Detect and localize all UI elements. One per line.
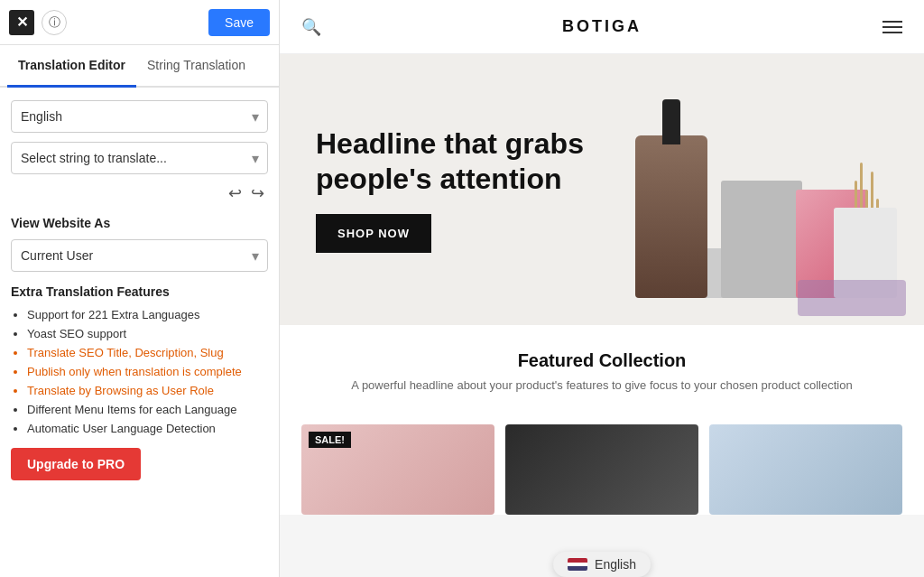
list-item: Publish only when translation is complet… <box>27 365 268 378</box>
shop-now-button[interactable]: SHOP NOW <box>316 214 431 253</box>
product-jar-tall <box>721 181 802 298</box>
view-website-label: View Website As <box>11 216 268 230</box>
upgrade-button[interactable]: Upgrade to PRO <box>11 448 141 480</box>
site-nav: 🔍 BOTIGA <box>280 0 924 54</box>
product-card-3 <box>709 424 902 515</box>
tab-string-translation[interactable]: String Translation <box>136 45 256 88</box>
close-button[interactable]: ✕ <box>9 10 34 35</box>
list-item: Support for 221 Extra Languages <box>27 308 268 321</box>
language-label: English <box>595 557 636 572</box>
extra-features-section: Extra Translation Features Support for 2… <box>11 284 268 480</box>
arrow-row: ↩ ↪ <box>11 183 268 203</box>
product-cards: SALE! <box>280 424 924 515</box>
string-select[interactable]: Select string to translate... <box>11 142 268 174</box>
flag-icon <box>568 558 587 571</box>
list-item: Different Menu Items for each Language <box>27 403 268 416</box>
language-select-wrap: English Spanish French German <box>11 100 268 133</box>
hamburger-menu-icon[interactable] <box>882 21 902 33</box>
string-select-wrap: Select string to translate... <box>11 142 268 174</box>
list-item: Automatic User Language Detection <box>27 422 268 435</box>
redo-icon[interactable]: ↪ <box>251 183 264 203</box>
hero-headline: Headline that grabs people's attention <box>316 126 587 196</box>
features-list: Support for 221 Extra Languages Yoast SE… <box>11 308 268 435</box>
left-panel: ✕ ⓘ Save Translation Editor String Trans… <box>0 0 280 577</box>
undo-icon[interactable]: ↩ <box>228 183 242 203</box>
view-as-select[interactable]: Current User Guest Administrator <box>11 239 268 272</box>
sale-badge: SALE! <box>309 432 351 448</box>
language-bar[interactable]: English <box>553 552 651 577</box>
view-as-select-wrap: Current User Guest Administrator <box>11 239 268 272</box>
search-icon[interactable]: 🔍 <box>301 17 321 37</box>
product-bottle-cap <box>662 99 680 144</box>
product-card-1: SALE! <box>301 424 494 515</box>
featured-title: Featured Collection <box>301 350 902 371</box>
product-bottle <box>635 135 707 298</box>
panel-body: English Spanish French German Select str… <box>0 88 279 577</box>
hero-section: Headline that grabs people's attention S… <box>280 54 924 325</box>
save-button[interactable]: Save <box>208 9 270 36</box>
tab-translation-editor[interactable]: Translation Editor <box>7 45 136 88</box>
top-bar: ✕ ⓘ Save <box>0 0 279 45</box>
right-panel: 🔍 BOTIGA Headline that grabs people's at… <box>280 0 924 577</box>
tabs: Translation Editor String Translation <box>0 45 279 88</box>
list-item: Translate by Browsing as User Role <box>27 384 268 397</box>
site-brand: BOTIGA <box>562 17 642 36</box>
featured-subtitle: A powerful headline about your product's… <box>301 378 902 392</box>
product-lavender <box>798 280 906 316</box>
featured-section: Featured Collection A powerful headline … <box>280 325 924 424</box>
info-button[interactable]: ⓘ <box>42 10 67 35</box>
language-select[interactable]: English Spanish French German <box>11 100 268 133</box>
view-website-section: View Website As <box>11 212 268 230</box>
list-item: Yoast SEO support <box>27 327 268 340</box>
features-title: Extra Translation Features <box>11 284 268 299</box>
hero-text: Headline that grabs people's attention S… <box>280 126 623 253</box>
list-item: Translate SEO Title, Description, Slug <box>27 346 268 359</box>
product-card-2 <box>505 424 698 515</box>
